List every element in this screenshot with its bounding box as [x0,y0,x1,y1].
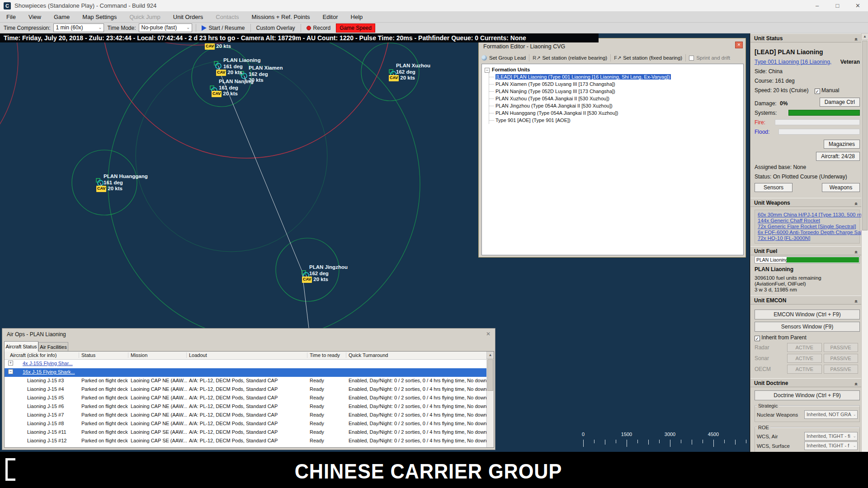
unit-weapons-header[interactable]: Unit Weapons « [750,198,868,207]
weapon-link[interactable]: 60x 30mm China H/PJ-14 [Type 1130, 500 r… [758,212,857,218]
collapse-chevron-icon[interactable]: « [852,202,861,206]
sonar-active-button[interactable]: ACTIVE [787,354,822,363]
formation-units-tree[interactable]: −Formation Units [LEAD] PLAN Liaoning (T… [481,64,744,255]
sensors-window-button[interactable]: Sensors Window (F9) [755,322,860,332]
collapse-chevron-icon[interactable]: « [852,300,861,303]
formation-unit-item[interactable]: PLAN Nanjing (Type 052D Luyang III [173 … [489,88,743,95]
scroll-up-icon[interactable]: ▲ [862,33,868,40]
collapse-chevron-icon[interactable]: « [852,38,861,41]
menu-contacts[interactable]: Contacts [209,12,245,23]
formation-unit-item[interactable]: PLAN Jingzhou (Type 054A Jiangkai II [53… [489,102,743,109]
doctrine-window-button[interactable]: Doctrine Window (Ctrl + F9) [755,390,860,400]
aircraft-table[interactable]: Aircraft (click for info) Status Mission… [4,351,494,448]
air-ops-window[interactable]: Air Ops - PLAN Liaoning ✕ Aircraft Statu… [2,328,495,450]
formation-unit-item[interactable]: PLAN Huanggang (Type 054A Jiangkai II [5… [489,109,743,117]
formation-unit-item[interactable]: [LEAD] PLAN Liaoning (Type 001 Liaoning … [489,73,743,80]
weapon-link[interactable]: 6x FQF-6000 Anti-Torpedo Depth Charge Sa… [758,230,857,235]
set-group-lead-button[interactable]: Set Group Lead [489,55,526,61]
record-button[interactable]: Record [305,25,333,31]
aircraft-row[interactable]: Liaoning J-15 #7 Parked on flight deck L… [5,411,494,420]
sidebar-scrollbar[interactable]: ▲ [861,33,868,452]
expand-icon[interactable]: + [8,361,13,366]
flood-row: Flood: [755,129,860,135]
weapons-button[interactable]: Weapons [822,183,860,192]
menu-quick-jump[interactable]: Quick Jump [123,12,167,23]
menu-view[interactable]: View [22,12,47,23]
aircraft-row[interactable]: Liaoning J-15 #3 Parked on flight deck L… [5,377,494,385]
emcon-window-button[interactable]: EMCON Window (Ctrl + F9) [755,310,860,319]
group-row-selected[interactable]: − 16x J-15 Flying Shark... [5,368,494,377]
formation-unit-item[interactable]: Type 901 [AOE] (Type 901 [AOE]) [489,117,743,124]
aircraft-row[interactable]: Liaoning J-15 #12 Parked on flight deck … [5,437,494,446]
unit-emcon-header[interactable]: Unit EMCON « [750,296,868,305]
table-scrollbar[interactable]: ▲ [486,352,494,447]
start-resume-button[interactable]: Start / Resume [200,25,247,31]
oecm-passive-button[interactable]: PASSIVE [824,365,859,374]
formation-editor-window[interactable]: Formation Editor - Liaoning CVG ✕ Set Gr… [478,38,746,258]
damage-ctrl-button[interactable]: Damage Ctrl [820,98,860,107]
menu-help[interactable]: Help [344,12,369,23]
collapse-icon[interactable]: − [8,369,13,374]
weapon-link[interactable]: 72x HQ-10 [FL-3000N] [758,235,857,241]
magazines-button[interactable]: Magazines [824,140,860,149]
unit-class-link[interactable]: Type 001 Liaoning [16 Liaoning, [755,59,831,65]
aircraft-button[interactable]: Aircraft: 24/28 [816,152,860,161]
set-station-fixed-button[interactable]: Set station (fixed bearing) [623,55,682,61]
custom-overlay-button[interactable]: Custom Overlay [255,25,297,31]
unit-status-header[interactable]: Unit Status « [750,33,868,42]
map-label-xiamen[interactable]: PLAN Xiamen 162 deg 20 kts [249,65,283,84]
collapse-chevron-icon[interactable]: « [852,383,861,386]
weapon-link[interactable]: 72x Generic Flare Rocket [Single Spectra… [758,224,857,230]
wcs-air-select[interactable]: Inherited, TIGHT - fi ⌄ [804,432,858,441]
menu-missions-ref-points[interactable]: Missions + Ref. Points [245,12,316,23]
scroll-up-icon[interactable]: ▲ [487,352,494,359]
manual-speed-checkbox[interactable]: ✓ [815,89,820,94]
aircraft-row[interactable]: Liaoning J-15 #11 Parked on flight deck … [5,428,494,437]
close-icon[interactable]: ✕ [486,331,491,337]
menu-game[interactable]: Game [47,12,76,23]
aircraft-row[interactable]: Liaoning J-15 #5 Parked on flight deck L… [5,394,494,403]
collapse-chevron-icon[interactable]: « [852,251,861,254]
menu-file[interactable]: File [0,12,22,23]
radar-passive-button[interactable]: PASSIVE [824,343,859,352]
set-station-relative-button[interactable]: Set station (relative bearing) [542,55,607,61]
menubar: File View Game Map Settings Quick Jump U… [0,12,868,23]
aircraft-row[interactable]: Liaoning J-15 #6 Parked on flight deck L… [5,403,494,411]
aircraft-row[interactable]: Liaoning J-15 #8 Parked on flight deck L… [5,420,494,428]
formation-unit-item[interactable]: PLAN Xiamen (Type 052D Luyang III [173 C… [489,80,743,88]
minimize-button[interactable]: – [807,0,827,12]
tab-aircraft-status[interactable]: Aircraft Status [4,341,38,352]
maximize-button[interactable]: □ [827,0,848,12]
wcs-surface-select[interactable]: Inherited, TIGHT - f ⌄ [804,441,858,450]
aircraft-row[interactable]: Liaoning J-15 #4 Parked on flight deck L… [5,385,494,394]
radar-active-button[interactable]: ACTIVE [787,343,822,352]
inherit-parent-checkbox[interactable]: ✓ [755,336,760,341]
fire-bar [775,119,860,125]
weapon-link[interactable]: 144x Generic Chaff Rocket [758,218,857,224]
close-icon[interactable]: ✕ [735,42,743,48]
nuclear-weapons-select[interactable]: Inherited, NOT GRA ⌄ [804,410,858,419]
collapse-icon[interactable]: − [485,68,490,73]
formation-unit-item[interactable]: PLAN Xuzhou (Type 054A Jiangkai II [530 … [489,95,743,102]
sprint-drift-checkbox[interactable] [689,56,694,61]
menu-unit-orders[interactable]: Unit Orders [167,12,209,23]
group-row[interactable]: + 4x J-15S Flying Shar... [5,360,494,368]
scrollbar-thumb[interactable] [487,359,493,391]
map-label-nanjing[interactable]: PLAN Nanjing 161 deg CAV20 kts [219,79,254,97]
menu-editor[interactable]: Editor [316,12,344,23]
unit-fuel-header[interactable]: Unit Fuel « [750,246,868,255]
unit-doctrine-header[interactable]: Unit Doctrine « [750,378,868,387]
close-button[interactable]: ✕ [848,0,868,12]
oecm-active-button[interactable]: ACTIVE [787,365,822,374]
menu-map-settings[interactable]: Map Settings [76,12,123,23]
map-label-huanggang[interactable]: PLAN Huanggang 161 deg CAV20 kts [104,174,148,192]
sensors-button[interactable]: Sensors [755,183,793,192]
map-label-jingzhou[interactable]: PLAN Jingzhou 162 deg CAV20 kts [309,264,348,283]
scrollbar-thumb[interactable] [862,41,868,230]
tab-air-facilities[interactable]: Air Facilities [38,342,68,352]
map-label-xuzhou[interactable]: PLAN Xuzhou 162 deg CAV20 kts [396,63,430,81]
sonar-passive-button[interactable]: PASSIVE [824,354,859,363]
game-speed-button[interactable]: Game Speed [336,23,375,33]
time-mode-select[interactable]: No-pulse (fast) ⌄ [139,23,192,32]
time-compression-select[interactable]: 1 min (60x) ⌄ [53,23,104,32]
